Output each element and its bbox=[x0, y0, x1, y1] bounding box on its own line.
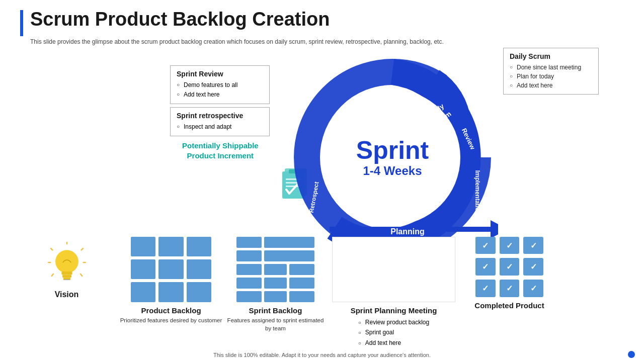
svg-text:Planning: Planning bbox=[390, 227, 425, 236]
slide: Scrum Product Backlog Creation This slid… bbox=[0, 0, 644, 362]
completed-grid: ✓ ✓ ✓ ✓ ✓ ✓ ✓ ✓ ✓ bbox=[475, 237, 543, 297]
footer-text: This slide is 100% editable. Adapt it to… bbox=[213, 352, 431, 358]
check-cell: ✓ bbox=[475, 258, 496, 276]
svg-rect-42 bbox=[264, 291, 287, 302]
svg-rect-34 bbox=[264, 250, 314, 261]
svg-rect-35 bbox=[236, 264, 262, 275]
check-cell: ✓ bbox=[475, 280, 496, 297]
check-cell: ✓ bbox=[523, 280, 543, 297]
shippable-label: Potentially Shippable Product Increment bbox=[182, 141, 259, 160]
product-backlog-label: Product Backlog bbox=[141, 306, 201, 315]
svg-rect-37 bbox=[289, 264, 314, 275]
sprint-review-list: Demo features to all Add text here bbox=[177, 80, 263, 100]
check-cell: ✓ bbox=[523, 258, 543, 276]
sprint-backlog-visual bbox=[236, 237, 314, 302]
svg-marker-8 bbox=[491, 220, 498, 238]
svg-rect-27 bbox=[61, 272, 72, 275]
svg-rect-36 bbox=[264, 264, 287, 275]
grid-cell bbox=[187, 259, 211, 279]
sprint-circle-area: Daily Scrum Review Implementation Retros… bbox=[287, 47, 498, 268]
svg-line-25 bbox=[80, 274, 82, 276]
footer-dot bbox=[628, 351, 635, 358]
daily-scrum-item-3: Add text here bbox=[510, 81, 592, 90]
vision-item: Vision bbox=[15, 237, 118, 299]
slide-title: Scrum Product Backlog Creation bbox=[30, 9, 330, 30]
daily-scrum-item-2: Plan for today bbox=[510, 72, 592, 81]
sprint-backlog-desc: Features assigned to sprint estimated by… bbox=[224, 316, 327, 332]
planning-item-1: Review product backlog bbox=[358, 317, 429, 327]
daily-scrum-title: Daily Scrum bbox=[510, 52, 592, 60]
grid-cell bbox=[158, 237, 183, 256]
lightbulb-icon bbox=[47, 242, 87, 287]
sprint-retro-item-1: Inspect and adapt bbox=[177, 122, 263, 132]
sprint-backlog-label: Sprint Backlog bbox=[249, 306, 302, 315]
sprint-review-title: Sprint Review bbox=[177, 70, 263, 78]
planning-item-2: Sprint goal bbox=[358, 327, 429, 337]
title-accent bbox=[20, 10, 23, 36]
footer: This slide is 100% editable. Adapt it to… bbox=[0, 352, 644, 358]
svg-point-26 bbox=[55, 250, 78, 273]
planning-meeting-list: Review product backlog Sprint goal Add t… bbox=[358, 317, 429, 348]
sprint-review-box: Sprint Review Demo features to all Add t… bbox=[170, 65, 270, 104]
svg-rect-38 bbox=[236, 278, 262, 289]
check-cell: ✓ bbox=[475, 237, 496, 254]
check-cell: ✓ bbox=[523, 237, 543, 254]
sprint-retro-list: Inspect and adapt bbox=[177, 122, 263, 132]
shippable-line2: Product Increment bbox=[182, 151, 259, 161]
grid-cell bbox=[158, 259, 183, 279]
daily-scrum-item-1: Done since last meeting bbox=[510, 63, 592, 72]
grid-cell bbox=[187, 237, 211, 256]
svg-rect-31 bbox=[236, 237, 262, 248]
svg-text:Implementation: Implementation bbox=[474, 170, 481, 215]
check-cell: ✓ bbox=[500, 280, 520, 297]
product-backlog-item: Product Backlog Prioritized features des… bbox=[118, 237, 224, 324]
vision-label: Vision bbox=[55, 290, 79, 299]
sprint-review-item-1: Demo features to all bbox=[177, 80, 263, 90]
check-cell: ✓ bbox=[500, 237, 520, 254]
planning-item-3: Add text here bbox=[358, 338, 429, 348]
bottom-row: Vision Product Backlog Prioritized featu… bbox=[0, 237, 644, 348]
grid-cell bbox=[131, 259, 155, 279]
slide-subtitle: This slide provides the glimpse about th… bbox=[30, 38, 624, 45]
svg-line-24 bbox=[51, 274, 53, 276]
check-cell: ✓ bbox=[500, 258, 520, 276]
planning-meeting-item: Sprint Planning Meeting Review product b… bbox=[327, 237, 460, 348]
title-bar: Scrum Product Backlog Creation bbox=[20, 9, 624, 36]
daily-scrum-box: Daily Scrum Done since last meeting Plan… bbox=[503, 48, 599, 95]
svg-text:Sprint: Sprint bbox=[356, 136, 429, 164]
planning-meeting-label: Sprint Planning Meeting bbox=[351, 306, 437, 315]
svg-rect-28 bbox=[62, 275, 71, 278]
svg-rect-43 bbox=[289, 291, 314, 302]
svg-line-21 bbox=[81, 248, 83, 250]
svg-rect-41 bbox=[236, 291, 262, 302]
svg-line-20 bbox=[51, 248, 52, 250]
svg-rect-33 bbox=[236, 250, 262, 261]
completed-item: ✓ ✓ ✓ ✓ ✓ ✓ ✓ ✓ ✓ Completed Product bbox=[460, 237, 558, 310]
sprint-retro-box: Sprint retrospective Inspect and adapt bbox=[170, 107, 270, 136]
product-backlog-grid bbox=[131, 237, 211, 302]
sprint-backlog-item: Sprint Backlog Features assigned to spri… bbox=[224, 237, 327, 332]
completed-label: Completed Product bbox=[474, 301, 544, 310]
svg-rect-39 bbox=[264, 278, 287, 289]
svg-text:1-4 Weeks: 1-4 Weeks bbox=[363, 164, 422, 177]
grid-cell bbox=[131, 237, 155, 256]
planning-meeting-visual bbox=[332, 237, 455, 302]
shippable-line1: Potentially Shippable bbox=[182, 141, 259, 151]
sprint-retro-title: Sprint retrospective bbox=[177, 112, 263, 120]
grid-cell bbox=[158, 282, 183, 302]
grid-cell bbox=[131, 282, 155, 302]
svg-rect-40 bbox=[289, 278, 314, 289]
sprint-review-item-2: Add text here bbox=[177, 90, 263, 100]
product-backlog-desc: Prioritized features desired by customer bbox=[120, 316, 222, 324]
grid-cell bbox=[187, 282, 211, 302]
svg-rect-32 bbox=[264, 237, 314, 248]
daily-scrum-list: Done since last meeting Plan for today A… bbox=[510, 63, 592, 90]
